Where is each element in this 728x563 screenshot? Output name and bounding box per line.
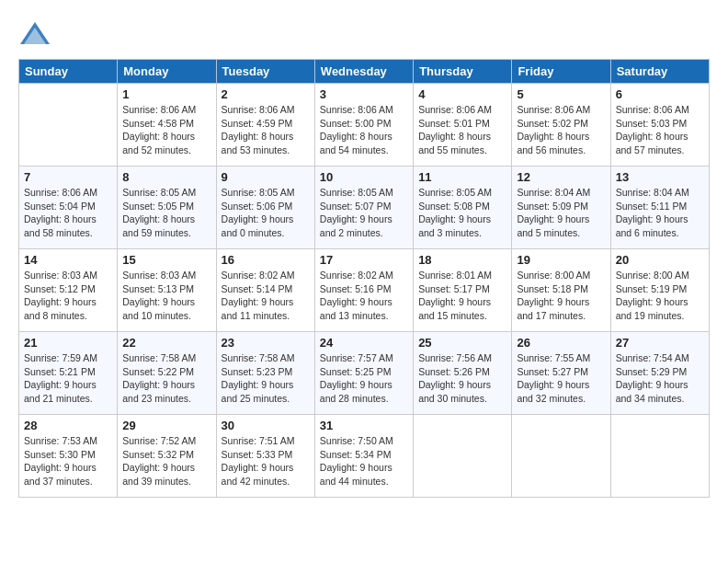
calendar-week-row: 7Sunrise: 8:06 AMSunset: 5:04 PMDaylight… bbox=[19, 167, 710, 249]
day-info: Sunrise: 7:50 AMSunset: 5:34 PMDaylight:… bbox=[320, 434, 408, 488]
day-info: Sunrise: 7:53 AMSunset: 5:30 PMDaylight:… bbox=[24, 434, 112, 488]
calendar-day-cell: 7Sunrise: 8:06 AMSunset: 5:04 PMDaylight… bbox=[19, 167, 118, 249]
day-info: Sunrise: 8:05 AMSunset: 5:07 PMDaylight:… bbox=[320, 186, 408, 240]
calendar-day-cell: 10Sunrise: 8:05 AMSunset: 5:07 PMDayligh… bbox=[314, 167, 413, 249]
day-number: 11 bbox=[418, 170, 506, 184]
day-info: Sunrise: 8:06 AMSunset: 5:00 PMDaylight:… bbox=[320, 103, 408, 157]
calendar-day-cell: 28Sunrise: 7:53 AMSunset: 5:30 PMDayligh… bbox=[19, 415, 118, 498]
day-info: Sunrise: 8:03 AMSunset: 5:12 PMDaylight:… bbox=[24, 269, 112, 323]
day-info: Sunrise: 8:04 AMSunset: 5:11 PMDaylight:… bbox=[616, 186, 704, 240]
day-info: Sunrise: 8:01 AMSunset: 5:17 PMDaylight:… bbox=[418, 269, 506, 323]
calendar-day-cell: 15Sunrise: 8:03 AMSunset: 5:13 PMDayligh… bbox=[118, 249, 216, 332]
day-number: 30 bbox=[222, 419, 310, 432]
day-info: Sunrise: 8:03 AMSunset: 5:13 PMDaylight:… bbox=[122, 269, 210, 323]
weekday-header: Sunday bbox=[19, 60, 118, 84]
calendar-day-cell: 29Sunrise: 7:52 AMSunset: 5:32 PMDayligh… bbox=[118, 415, 216, 498]
day-number: 5 bbox=[517, 87, 605, 101]
calendar-table: SundayMondayTuesdayWednesdayThursdayFrid… bbox=[18, 59, 710, 498]
day-info: Sunrise: 8:00 AMSunset: 5:19 PMDaylight:… bbox=[616, 269, 704, 323]
day-info: Sunrise: 8:06 AMSunset: 5:03 PMDaylight:… bbox=[616, 103, 704, 157]
day-number: 29 bbox=[122, 419, 210, 432]
weekday-header: Monday bbox=[118, 60, 216, 84]
day-number: 25 bbox=[418, 336, 506, 350]
day-info: Sunrise: 8:02 AMSunset: 5:16 PMDaylight:… bbox=[320, 269, 408, 323]
calendar-week-row: 28Sunrise: 7:53 AMSunset: 5:30 PMDayligh… bbox=[19, 415, 710, 498]
calendar-day-cell: 22Sunrise: 7:58 AMSunset: 5:22 PMDayligh… bbox=[118, 332, 216, 415]
calendar-day-cell bbox=[512, 415, 610, 498]
day-number: 13 bbox=[616, 170, 704, 184]
day-number: 4 bbox=[418, 87, 506, 101]
day-info: Sunrise: 8:02 AMSunset: 5:14 PMDaylight:… bbox=[222, 269, 310, 323]
day-number: 1 bbox=[122, 87, 210, 101]
calendar-day-cell: 11Sunrise: 8:05 AMSunset: 5:08 PMDayligh… bbox=[414, 167, 512, 249]
day-info: Sunrise: 7:56 AMSunset: 5:26 PMDaylight:… bbox=[418, 351, 506, 406]
day-number: 8 bbox=[122, 170, 210, 184]
calendar-day-cell: 21Sunrise: 7:59 AMSunset: 5:21 PMDayligh… bbox=[19, 332, 118, 415]
day-number: 31 bbox=[320, 419, 408, 432]
weekday-header: Wednesday bbox=[314, 60, 413, 84]
calendar-day-cell: 26Sunrise: 7:55 AMSunset: 5:27 PMDayligh… bbox=[512, 332, 610, 415]
day-number: 6 bbox=[616, 87, 704, 101]
calendar-day-cell: 30Sunrise: 7:51 AMSunset: 5:33 PMDayligh… bbox=[216, 415, 314, 498]
day-info: Sunrise: 8:05 AMSunset: 5:05 PMDaylight:… bbox=[122, 186, 210, 240]
weekday-header: Saturday bbox=[610, 60, 709, 84]
day-number: 3 bbox=[320, 87, 408, 101]
calendar-day-cell bbox=[610, 415, 709, 498]
calendar-day-cell: 3Sunrise: 8:06 AMSunset: 5:00 PMDaylight… bbox=[314, 84, 413, 167]
day-info: Sunrise: 8:05 AMSunset: 5:08 PMDaylight:… bbox=[418, 186, 506, 240]
day-number: 20 bbox=[616, 253, 704, 267]
day-info: Sunrise: 7:55 AMSunset: 5:27 PMDaylight:… bbox=[517, 351, 605, 406]
calendar-day-cell: 8Sunrise: 8:05 AMSunset: 5:05 PMDaylight… bbox=[118, 167, 216, 249]
day-number: 9 bbox=[222, 170, 310, 184]
day-number: 21 bbox=[24, 336, 112, 350]
day-number: 27 bbox=[616, 336, 704, 350]
day-number: 19 bbox=[517, 253, 605, 267]
day-number: 12 bbox=[517, 170, 605, 184]
day-info: Sunrise: 7:59 AMSunset: 5:21 PMDaylight:… bbox=[24, 351, 112, 406]
logo-icon bbox=[18, 18, 51, 52]
day-info: Sunrise: 8:06 AMSunset: 5:02 PMDaylight:… bbox=[517, 103, 605, 157]
calendar-header-row: SundayMondayTuesdayWednesdayThursdayFrid… bbox=[19, 60, 710, 84]
day-info: Sunrise: 8:06 AMSunset: 5:01 PMDaylight:… bbox=[418, 103, 506, 157]
day-info: Sunrise: 8:06 AMSunset: 4:58 PMDaylight:… bbox=[122, 103, 210, 157]
calendar-day-cell: 23Sunrise: 7:58 AMSunset: 5:23 PMDayligh… bbox=[216, 332, 314, 415]
day-number: 2 bbox=[222, 87, 310, 101]
calendar-day-cell bbox=[19, 84, 118, 167]
calendar-week-row: 14Sunrise: 8:03 AMSunset: 5:12 PMDayligh… bbox=[19, 249, 710, 332]
day-info: Sunrise: 7:52 AMSunset: 5:32 PMDaylight:… bbox=[122, 434, 210, 488]
calendar-day-cell: 25Sunrise: 7:56 AMSunset: 5:26 PMDayligh… bbox=[414, 332, 512, 415]
day-number: 17 bbox=[320, 253, 408, 267]
day-number: 26 bbox=[517, 336, 605, 350]
day-info: Sunrise: 7:54 AMSunset: 5:29 PMDaylight:… bbox=[616, 351, 704, 406]
day-info: Sunrise: 7:51 AMSunset: 5:33 PMDaylight:… bbox=[222, 434, 310, 488]
calendar-day-cell: 16Sunrise: 8:02 AMSunset: 5:14 PMDayligh… bbox=[216, 249, 314, 332]
calendar-day-cell: 20Sunrise: 8:00 AMSunset: 5:19 PMDayligh… bbox=[610, 249, 709, 332]
day-number: 10 bbox=[320, 170, 408, 184]
day-info: Sunrise: 7:58 AMSunset: 5:22 PMDaylight:… bbox=[122, 351, 210, 406]
calendar-day-cell: 24Sunrise: 7:57 AMSunset: 5:25 PMDayligh… bbox=[314, 332, 413, 415]
calendar-day-cell bbox=[414, 415, 512, 498]
day-number: 18 bbox=[418, 253, 506, 267]
calendar-day-cell: 9Sunrise: 8:05 AMSunset: 5:06 PMDaylight… bbox=[216, 167, 314, 249]
calendar-day-cell: 27Sunrise: 7:54 AMSunset: 5:29 PMDayligh… bbox=[610, 332, 709, 415]
day-number: 28 bbox=[24, 419, 112, 432]
day-number: 16 bbox=[222, 253, 310, 267]
calendar-day-cell: 6Sunrise: 8:06 AMSunset: 5:03 PMDaylight… bbox=[610, 84, 709, 167]
calendar-day-cell: 31Sunrise: 7:50 AMSunset: 5:34 PMDayligh… bbox=[314, 415, 413, 498]
page-header bbox=[18, 18, 710, 52]
calendar-day-cell: 17Sunrise: 8:02 AMSunset: 5:16 PMDayligh… bbox=[314, 249, 413, 332]
day-number: 22 bbox=[122, 336, 210, 350]
calendar-day-cell: 1Sunrise: 8:06 AMSunset: 4:58 PMDaylight… bbox=[118, 84, 216, 167]
day-info: Sunrise: 7:58 AMSunset: 5:23 PMDaylight:… bbox=[222, 351, 310, 406]
day-number: 23 bbox=[222, 336, 310, 350]
logo bbox=[18, 18, 57, 52]
day-info: Sunrise: 8:05 AMSunset: 5:06 PMDaylight:… bbox=[222, 186, 310, 240]
calendar-day-cell: 4Sunrise: 8:06 AMSunset: 5:01 PMDaylight… bbox=[414, 84, 512, 167]
day-number: 7 bbox=[24, 170, 112, 184]
calendar-week-row: 21Sunrise: 7:59 AMSunset: 5:21 PMDayligh… bbox=[19, 332, 710, 415]
day-number: 15 bbox=[122, 253, 210, 267]
weekday-header: Tuesday bbox=[216, 60, 314, 84]
calendar-day-cell: 5Sunrise: 8:06 AMSunset: 5:02 PMDaylight… bbox=[512, 84, 610, 167]
day-info: Sunrise: 8:04 AMSunset: 5:09 PMDaylight:… bbox=[517, 186, 605, 240]
day-info: Sunrise: 8:00 AMSunset: 5:18 PMDaylight:… bbox=[517, 269, 605, 323]
